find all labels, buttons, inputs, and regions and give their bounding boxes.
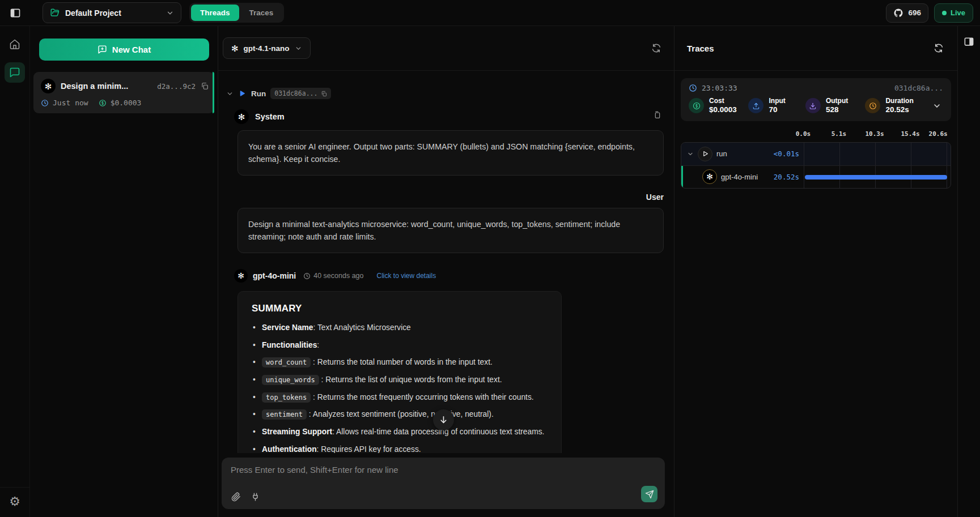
duration-icon — [865, 98, 880, 113]
panel-left-icon — [10, 7, 21, 19]
summary-item: word_count : Returns the total number of… — [252, 357, 548, 369]
message-input[interactable] — [231, 465, 631, 488]
summary-item-term: Functionalities — [262, 341, 317, 349]
summary-list: Service Name: Text Analytics Microservic… — [252, 322, 548, 453]
span-name: run — [716, 149, 727, 158]
user-role-label: User — [226, 193, 664, 202]
metric-label: Input — [769, 97, 785, 105]
chat-scroll-area[interactable]: Run 031dc86a... ✻ System You are a senio… — [218, 71, 674, 453]
view-details-link[interactable]: Click to view details — [376, 272, 436, 280]
scroll-to-bottom-button[interactable] — [433, 409, 454, 430]
send-button[interactable] — [641, 486, 657, 502]
new-chat-button[interactable]: New Chat — [39, 39, 209, 61]
openai-avatar-icon: ✻ — [234, 109, 249, 124]
attach-file-icon[interactable] — [231, 492, 241, 502]
cost-icon — [689, 98, 704, 113]
toggle-left-panel-button[interactable] — [7, 5, 23, 21]
metric-value: 20.52s — [885, 105, 913, 115]
refresh-chat-button[interactable] — [649, 41, 664, 55]
model-selector-label: gpt-4.1-nano — [244, 44, 290, 53]
nav-chat-button[interactable] — [5, 62, 25, 83]
user-message-box: Design a minimal text-analytics microser… — [237, 208, 664, 253]
metric-value: 528 — [826, 105, 848, 115]
nav-home-button[interactable] — [5, 34, 25, 54]
summary-item: sentiment : Analyzes text sentiment (pos… — [252, 409, 548, 421]
composer-box[interactable] — [222, 458, 665, 509]
github-icon — [893, 8, 903, 18]
copy-icon[interactable] — [201, 82, 209, 90]
thread-item-top: ✻ Design a minim... d2a...9c2 — [41, 79, 209, 93]
trace-id: 031dc86a... — [894, 84, 943, 92]
project-selector[interactable]: Default Project — [43, 2, 181, 23]
app-window: Default Project Threads Traces 696 Live — [0, 0, 980, 517]
trace-id-badge[interactable]: 031dc86a... — [270, 88, 331, 99]
settings-gear-icon[interactable]: ⚙ — [9, 495, 20, 508]
refresh-traces-button[interactable] — [931, 41, 946, 55]
new-chat-label: New Chat — [112, 45, 151, 54]
collapse-chevron-icon[interactable] — [687, 151, 694, 157]
timeline-row-run[interactable]: run<0.01s — [681, 143, 951, 165]
span-duration: <0.01s — [748, 149, 799, 158]
run-span-row: Run 031dc86a... — [226, 88, 664, 99]
summary-item: Streaming Support: Allows real-time data… — [252, 426, 548, 438]
summary-heading: SUMMARY — [252, 303, 548, 314]
code-chip: top_tokens — [262, 392, 311, 403]
timeline-gridline — [804, 166, 804, 188]
chat-bubble-icon — [9, 67, 20, 78]
play-icon — [698, 147, 712, 161]
metric-value: 70 — [769, 105, 785, 115]
traces-header: Traces — [674, 26, 957, 71]
collapse-chevron-icon[interactable] — [226, 90, 234, 97]
trace-summary-card[interactable]: 23:03:33 031dc86a... Cost$0.0003Input70O… — [681, 78, 951, 121]
live-label: Live — [951, 8, 965, 17]
code-chip: word_count — [262, 357, 311, 368]
trace-metric-output: Output528 — [805, 97, 866, 115]
thread-time: Just now — [53, 99, 88, 107]
plug-tools-icon[interactable] — [251, 492, 260, 502]
assistant-timestamp: 40 seconds ago — [303, 272, 363, 280]
duration-bar — [805, 175, 947, 180]
home-icon — [9, 39, 20, 50]
project-selector-label: Default Project — [65, 8, 161, 18]
chevron-down-icon — [166, 9, 174, 17]
code-chip: unique_words — [262, 375, 319, 385]
copy-icon — [321, 91, 327, 97]
send-icon — [645, 490, 654, 499]
metric-value: $0.0003 — [709, 105, 737, 115]
left-nav-rail: ⚙ — [0, 26, 30, 517]
copy-message-icon[interactable] — [652, 110, 661, 119]
system-message-box: You are a senior AI engineer. Output two… — [237, 130, 664, 176]
summary-item-term: Authentication — [262, 445, 317, 453]
trace-metrics: Cost$0.0003Input70Output528Duration20.52… — [689, 97, 943, 115]
live-dot-icon — [942, 11, 947, 15]
github-star-count: 696 — [908, 8, 921, 17]
summary-item: Functionalities: — [252, 340, 548, 352]
model-selector[interactable]: ✻ gpt-4.1-nano — [223, 37, 311, 59]
trace-card-top: 23:03:33 031dc86a... — [689, 84, 943, 92]
timeline-tick-label: 15.4s — [901, 130, 919, 138]
arrow-down-icon — [439, 415, 448, 425]
trace-id-short: 031dc86a... — [274, 89, 317, 97]
trace-card-chevron-icon[interactable] — [931, 101, 943, 110]
timeline-ticks: 0.0s5.1s10.3s15.4s20.6s — [681, 130, 951, 140]
metric-label: Duration — [885, 97, 913, 105]
clock-icon — [303, 272, 311, 280]
chat-main: ✻ gpt-4.1-nano — [218, 26, 674, 517]
timeline-row-gpt-4o-mini[interactable]: ✻gpt-4o-mini20.52s — [681, 165, 951, 188]
tab-threads[interactable]: Threads — [191, 5, 239, 21]
live-status-badge[interactable]: Live — [934, 3, 973, 23]
toggle-right-panel-button[interactable] — [961, 34, 977, 60]
timeline-tick-label: 10.3s — [865, 130, 884, 138]
metric-label: Output — [826, 97, 848, 105]
output-icon — [805, 98, 821, 113]
summary-item-term: Streaming Support — [262, 428, 332, 436]
thread-title: Design a minim... — [61, 82, 152, 91]
timeline-gridline — [839, 143, 840, 165]
github-stars-button[interactable]: 696 — [886, 3, 928, 23]
openai-icon: ✻ — [702, 169, 717, 184]
thread-list-item[interactable]: ✻ Design a minim... d2a...9c2 Just now — [33, 72, 214, 113]
thread-cost: $0.0003 — [111, 99, 142, 107]
assistant-message-header: ✻ gpt-4o-mini 40 seconds ago Click to vi… — [226, 269, 664, 283]
play-icon — [238, 89, 247, 98]
tab-traces[interactable]: Traces — [240, 5, 283, 21]
